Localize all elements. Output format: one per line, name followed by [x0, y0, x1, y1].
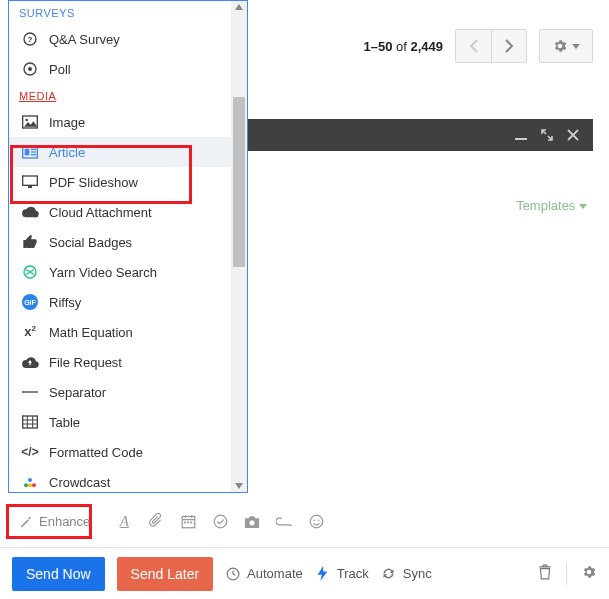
- enhance-button[interactable]: Enhance: [12, 506, 101, 536]
- gear-icon: [581, 564, 597, 580]
- smiley-icon: [309, 514, 324, 529]
- svg-text:GIF: GIF: [24, 299, 36, 306]
- svg-point-4: [28, 67, 32, 71]
- svg-rect-24: [184, 521, 186, 523]
- scroll-down-icon: [235, 483, 243, 489]
- checkmark-circle-icon: [213, 514, 228, 529]
- send-later-button[interactable]: Send Later: [117, 557, 214, 591]
- expand-button[interactable]: [541, 129, 553, 141]
- scroll-thumb[interactable]: [233, 97, 245, 267]
- close-icon: [567, 129, 579, 141]
- svg-point-29: [310, 515, 323, 528]
- svg-rect-0: [515, 138, 527, 140]
- send-bar: Send Now Send Later Automate Track Sync: [0, 547, 609, 599]
- thumbs-up-icon: [21, 233, 39, 251]
- sync-button[interactable]: Sync: [381, 566, 432, 582]
- calendar-icon: [181, 514, 196, 529]
- svg-rect-13: [28, 186, 32, 188]
- table-icon: [21, 413, 39, 431]
- automate-button[interactable]: Automate: [225, 566, 303, 582]
- svg-rect-26: [190, 521, 192, 523]
- poll-icon: [21, 60, 39, 78]
- menu-item-crowdcast[interactable]: Crowdcast: [9, 467, 247, 492]
- trash-icon: [538, 564, 552, 580]
- svg-point-6: [25, 119, 28, 122]
- svg-point-31: [318, 519, 320, 521]
- code-icon: </>: [21, 443, 39, 461]
- bolt-icon: [317, 566, 328, 581]
- divider: [566, 563, 567, 585]
- track-button[interactable]: Track: [315, 566, 369, 582]
- svg-rect-12: [23, 176, 38, 185]
- attach-button[interactable]: [147, 512, 165, 530]
- svg-point-20: [28, 483, 32, 487]
- photo-button[interactable]: [243, 512, 261, 530]
- svg-rect-17: [22, 391, 38, 392]
- link-icon: [276, 517, 292, 526]
- task-button[interactable]: [211, 512, 229, 530]
- minimize-icon: [515, 129, 527, 141]
- menu-item-pdf-slideshow[interactable]: PDF Slideshow: [9, 167, 247, 197]
- svg-point-19: [24, 483, 28, 487]
- chevron-right-icon: [505, 39, 514, 53]
- menu-item-table[interactable]: Table: [9, 407, 247, 437]
- help-icon: ?: [21, 30, 39, 48]
- menu-scrollbar[interactable]: [231, 1, 247, 492]
- scroll-up-icon: [235, 4, 243, 10]
- svg-point-14: [24, 266, 36, 278]
- sync-icon: [381, 566, 396, 581]
- menu-item-math[interactable]: x2 Math Equation: [9, 317, 247, 347]
- send-now-button[interactable]: Send Now: [12, 557, 105, 591]
- format-button[interactable]: A: [115, 512, 133, 530]
- surveys-header: SURVEYS: [9, 1, 247, 24]
- compose-titlebar: [246, 119, 593, 151]
- menu-item-image[interactable]: Image: [9, 107, 247, 137]
- menu-item-social-badges[interactable]: Social Badges: [9, 227, 247, 257]
- clock-icon: [226, 567, 240, 581]
- svg-point-28: [250, 520, 255, 525]
- templates-button[interactable]: Templates: [516, 198, 587, 213]
- settings-button[interactable]: [539, 29, 593, 63]
- svg-rect-25: [187, 521, 189, 523]
- next-page-button[interactable]: [491, 29, 527, 63]
- svg-point-22: [28, 478, 32, 482]
- paperclip-icon: [149, 513, 163, 529]
- pager-total: 2,449: [410, 39, 443, 54]
- calendar-button[interactable]: [179, 512, 197, 530]
- emoji-button[interactable]: [307, 512, 325, 530]
- menu-item-article[interactable]: Article: [9, 137, 247, 167]
- svg-text:?: ?: [28, 35, 33, 44]
- chevron-left-icon: [469, 39, 478, 53]
- cloud-upload-icon: [21, 353, 39, 371]
- riffsy-icon: GIF: [21, 293, 39, 311]
- more-options-button[interactable]: [581, 564, 597, 584]
- caret-down-icon: [579, 204, 587, 209]
- pager-text: 1–50 of 2,449: [363, 39, 443, 54]
- menu-item-file-request[interactable]: File Request: [9, 347, 247, 377]
- compose-toolbar: Enhance A: [8, 502, 593, 540]
- wand-icon: [19, 514, 33, 528]
- svg-point-21: [32, 483, 36, 487]
- link-button[interactable]: [275, 512, 293, 530]
- menu-item-qa-survey[interactable]: ? Q&A Survey: [9, 24, 247, 54]
- menu-item-code[interactable]: </> Formatted Code: [9, 437, 247, 467]
- svg-rect-9: [31, 149, 36, 150]
- svg-point-27: [214, 515, 227, 528]
- menu-item-cloud-attachment[interactable]: Cloud Attachment: [9, 197, 247, 227]
- cloud-icon: [21, 203, 39, 221]
- svg-rect-11: [31, 154, 36, 155]
- prev-page-button[interactable]: [455, 29, 491, 63]
- gear-icon: [552, 38, 568, 54]
- menu-item-poll[interactable]: Poll: [9, 54, 247, 84]
- insert-menu: SURVEYS ? Q&A Survey Poll MEDIA Image Ar…: [8, 0, 248, 493]
- delete-button[interactable]: [538, 564, 552, 584]
- crowdcast-icon: [21, 473, 39, 491]
- menu-item-yarn-video[interactable]: Yarn Video Search: [9, 257, 247, 287]
- minimize-button[interactable]: [515, 129, 527, 141]
- pager-bar: 1–50 of 2,449: [363, 24, 593, 68]
- close-button[interactable]: [567, 129, 579, 141]
- menu-item-riffsy[interactable]: GIF Riffsy: [9, 287, 247, 317]
- separator-icon: [21, 383, 39, 401]
- svg-rect-10: [31, 151, 36, 152]
- menu-item-separator[interactable]: Separator: [9, 377, 247, 407]
